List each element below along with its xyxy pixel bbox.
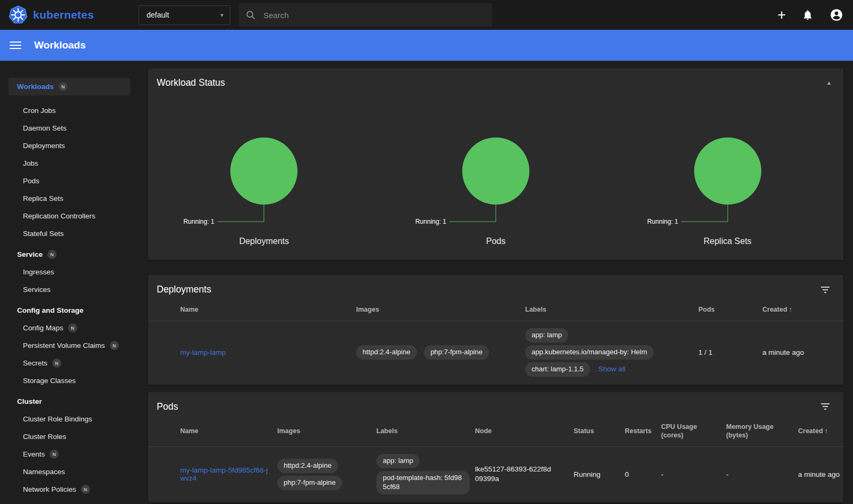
sidebar-item-workloads[interactable]: Workloads N xyxy=(9,78,130,95)
sidebar-item-label: Service xyxy=(17,250,43,258)
image-chip: httpd:2.4-alpine xyxy=(356,345,417,360)
deployments-card-title: Deployments xyxy=(157,284,211,295)
sidebar-item-storage-classes[interactable]: Storage Classes xyxy=(0,372,139,389)
sidebar-item-jobs[interactable]: Jobs xyxy=(0,155,139,172)
column-header-labels[interactable]: Labels xyxy=(525,305,698,314)
sidebar-item-replica-sets[interactable]: Replica Sets xyxy=(0,190,139,207)
column-header-created[interactable]: Created↑ xyxy=(798,427,843,436)
sidebar-item-cron-jobs[interactable]: Cron Jobs xyxy=(0,102,139,119)
top-actions: + xyxy=(777,8,843,22)
sidebar-item-label: Daemon Sets xyxy=(23,124,67,132)
sidebar-item-cluster[interactable]: Cluster xyxy=(0,393,139,410)
new-badge: N xyxy=(68,323,77,332)
sidebar-item-label: Config Maps xyxy=(23,324,63,332)
chart-deployments: Running: 1 Deployments xyxy=(148,97,380,246)
sidebar-item-label: Ingresses xyxy=(23,268,54,276)
sidebar-item-daemon-sets[interactable]: Daemon Sets xyxy=(0,119,139,137)
sidebar-item-label: Config and Storage xyxy=(17,306,84,314)
sidebar-item-stateful-sets[interactable]: Stateful Sets xyxy=(0,225,139,242)
workload-status-title: Workload Status xyxy=(157,77,225,88)
collapse-card-icon[interactable]: ▲ xyxy=(826,80,832,86)
sidebar-item-label: Workloads xyxy=(17,83,54,91)
app-bar: Workloads xyxy=(0,30,853,61)
workload-status-charts: Running: 1 Deployments Running: 1 Pods xyxy=(148,95,843,260)
sidebar-item-pods[interactable]: Pods xyxy=(0,172,139,190)
notifications-bell-icon[interactable] xyxy=(802,9,814,21)
sidebar-item-cluster-roles[interactable]: Cluster Roles xyxy=(0,428,139,445)
column-header-name[interactable]: Name xyxy=(180,427,277,436)
sidebar-item-deployments[interactable]: Deployments xyxy=(0,137,139,155)
namespace-selector[interactable]: default ▾ xyxy=(139,5,230,25)
sidebar-item-config-maps[interactable]: Config Maps N xyxy=(0,319,139,337)
pie-chart-pods[interactable]: Running: 1 xyxy=(380,97,611,228)
deployment-row[interactable]: my-lamp-lamp httpd:2.4-alpine php:7-fpm-… xyxy=(148,321,843,385)
search-input[interactable] xyxy=(263,11,486,20)
sidebar-item-label: Secrets xyxy=(23,359,47,367)
search-icon xyxy=(245,10,256,20)
column-header-labels[interactable]: Labels xyxy=(376,427,475,436)
label-chip: app: lamp xyxy=(525,328,568,343)
sidebar-nav: Workloads N Cron Jobs Daemon Sets Deploy… xyxy=(0,61,139,504)
filter-icon[interactable] xyxy=(819,401,832,412)
column-header-memory-usage[interactable]: Memory Usage (bytes) xyxy=(726,422,798,441)
chart-annotation: Running: 1 xyxy=(415,218,446,225)
sidebar-item-label: Cluster Roles xyxy=(23,433,66,441)
created-time[interactable]: a minute ago xyxy=(798,470,840,478)
sidebar-item-label: Stateful Sets xyxy=(23,230,64,238)
user-account-icon[interactable] xyxy=(830,8,843,22)
sidebar-item-config-and-storage[interactable]: Config and Storage xyxy=(0,302,139,319)
deployments-card: Deployments Name Images Labels Pods Crea… xyxy=(148,275,843,385)
column-header-created[interactable]: Created↑ xyxy=(762,305,843,314)
deployment-name-link[interactable]: my-lamp-lamp xyxy=(180,348,226,356)
sidebar-item-cluster-role-bindings[interactable]: Cluster Role Bindings xyxy=(0,410,139,428)
new-badge: N xyxy=(50,450,59,459)
brand[interactable]: kubernetes xyxy=(0,5,139,25)
sidebar-item-secrets[interactable]: Secrets N xyxy=(0,354,139,372)
sidebar-item-ingresses[interactable]: Ingresses xyxy=(0,263,139,281)
deployments-table-header: Name Images Labels Pods Created↑ xyxy=(148,302,843,321)
column-header-restarts[interactable]: Restarts xyxy=(625,427,661,436)
sidebar-item-label: Storage Classes xyxy=(23,377,76,385)
sidebar-item-namespaces[interactable]: Namespaces xyxy=(0,463,139,481)
pie-chart-deployments[interactable]: Running: 1 xyxy=(148,97,380,228)
page-title: Workloads xyxy=(34,39,86,51)
chart-caption: Replica Sets xyxy=(704,237,752,246)
labels-cell: app: lamp app.kubernetes.io/managed-by: … xyxy=(525,326,698,379)
column-header-pods[interactable]: Pods xyxy=(698,305,762,314)
create-resource-button[interactable]: + xyxy=(777,8,786,22)
filter-icon[interactable] xyxy=(819,284,832,295)
sidebar-item-label: Namespaces xyxy=(23,468,65,476)
sidebar-item-service[interactable]: Service N xyxy=(0,246,139,263)
label-chip: chart: lamp-1.1.5 xyxy=(525,362,590,377)
menu-hamburger-icon[interactable] xyxy=(10,39,21,51)
sidebar-item-persistent-volume-claims[interactable]: Persistent Volume Claims N xyxy=(0,337,139,354)
sidebar-item-events[interactable]: Events N xyxy=(0,445,139,463)
sidebar-item-replication-controllers[interactable]: Replication Controllers xyxy=(0,207,139,225)
column-header-node[interactable]: Node xyxy=(475,427,574,436)
pod-row[interactable]: my-lamp-lamp-5fd985cf68-jwvz4 httpd:2.4-… xyxy=(148,447,843,502)
column-header-name[interactable]: Name xyxy=(180,305,356,314)
brand-title: kubernetes xyxy=(33,9,94,21)
column-header-status[interactable]: Status xyxy=(574,427,625,436)
pie-chart-replica-sets[interactable]: Running: 1 xyxy=(612,97,843,228)
sidebar-item-label: Replication Controllers xyxy=(23,212,95,220)
sidebar-item-label: Events xyxy=(23,450,45,458)
pod-name-link[interactable]: my-lamp-lamp-5fd985cf68-jwvz4 xyxy=(180,466,268,482)
chart-annotation: Running: 1 xyxy=(647,218,678,225)
chart-annotation: Running: 1 xyxy=(183,218,214,225)
created-time[interactable]: a minute ago xyxy=(762,348,804,356)
new-badge: N xyxy=(59,82,68,91)
column-header-cpu-usage[interactable]: CPU Usage (cores) xyxy=(661,422,726,441)
sidebar-item-services[interactable]: Services xyxy=(0,281,139,298)
label-chip: app.kubernetes.io/managed-by: Helm xyxy=(525,345,654,360)
pod-memory-usage: - xyxy=(726,470,798,478)
search-box[interactable] xyxy=(239,3,492,27)
column-header-images[interactable]: Images xyxy=(356,305,525,314)
node-name: lke55127-86393-622f8d09399a xyxy=(475,465,555,484)
column-header-images[interactable]: Images xyxy=(277,427,376,436)
sidebar-item-network-policies[interactable]: Network Policies N xyxy=(0,481,139,498)
show-all-labels-link[interactable]: Show all xyxy=(598,365,625,373)
pods-count: 1 / 1 xyxy=(698,348,762,356)
sidebar-item-label: Network Policies xyxy=(23,485,76,493)
chart-pods: Running: 1 Pods xyxy=(380,97,612,246)
